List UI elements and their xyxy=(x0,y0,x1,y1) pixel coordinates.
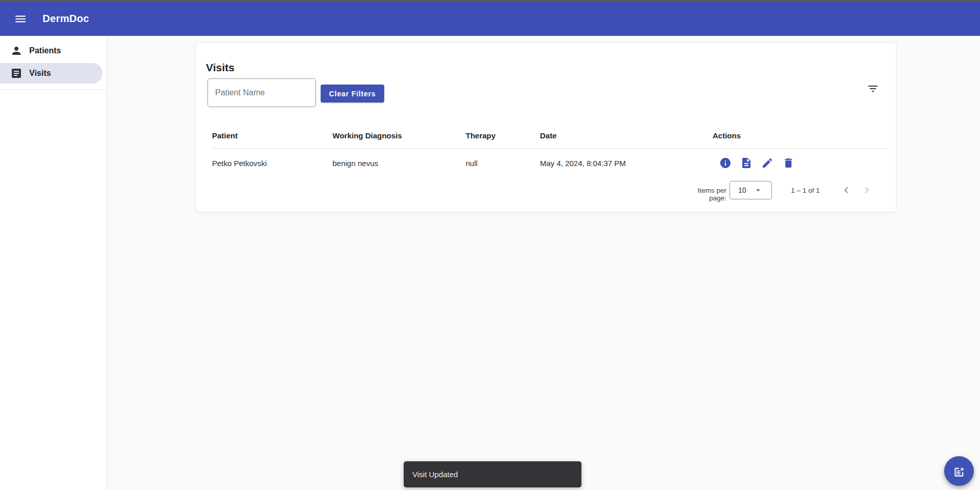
cell-patient: Petko Petkovski xyxy=(212,159,332,168)
menu-button[interactable] xyxy=(14,12,27,26)
delete-icon xyxy=(782,157,795,169)
document-icon xyxy=(740,157,753,169)
sidebar-divider xyxy=(0,89,105,90)
column-header-actions: Actions xyxy=(713,131,889,140)
chevron-down-icon xyxy=(754,186,763,195)
snackbar: Visit Updated xyxy=(404,461,581,487)
next-page-button[interactable] xyxy=(861,184,873,196)
clear-filters-button[interactable]: Clear Filters xyxy=(321,85,384,103)
items-per-page-value: 10 xyxy=(738,186,746,194)
chevron-left-icon xyxy=(840,184,852,196)
article-icon xyxy=(10,67,23,79)
cell-therapy: null xyxy=(466,159,540,168)
post-add-icon xyxy=(952,464,966,478)
delete-button[interactable] xyxy=(782,157,795,169)
cell-working-diagnosis: benign nevus xyxy=(332,159,466,168)
filter-list-icon xyxy=(867,83,879,95)
items-per-page-label: Items per page: xyxy=(680,187,726,202)
patient-name-input[interactable] xyxy=(207,78,316,107)
edit-button[interactable] xyxy=(761,157,774,169)
app-bar: DermDoc xyxy=(0,2,980,36)
sidebar-item-label: Visits xyxy=(29,69,51,78)
page-title: Visits xyxy=(206,62,235,74)
sidebar-item-label: Patients xyxy=(29,46,61,55)
previous-page-button[interactable] xyxy=(840,184,852,196)
items-per-page-select[interactable]: 10 xyxy=(729,181,772,199)
info-icon xyxy=(719,157,732,169)
sidebar-item-patients[interactable]: Patients xyxy=(0,39,107,62)
table-header-row: Patient Working Diagnosis Therapy Date A… xyxy=(212,123,889,149)
person-icon xyxy=(10,45,23,57)
column-header-therapy: Therapy xyxy=(466,131,540,140)
hamburger-menu-icon xyxy=(14,12,27,26)
cell-date: May 4, 2024, 8:04:37 PM xyxy=(540,159,713,168)
document-button[interactable] xyxy=(740,157,753,169)
column-header-working-diagnosis: Working Diagnosis xyxy=(332,131,466,140)
chevron-right-icon xyxy=(861,184,873,196)
sidebar-item-visits[interactable]: Visits xyxy=(0,63,102,84)
visits-card: Visits Clear Filters Patient Working Dia… xyxy=(196,43,896,212)
column-header-patient: Patient xyxy=(212,131,332,140)
snackbar-message: Visit Updated xyxy=(412,470,458,479)
paginator-range-label: 1 – 1 of 1 xyxy=(791,187,820,194)
column-header-date: Date xyxy=(540,131,713,140)
filter-button[interactable] xyxy=(864,79,882,98)
app-title: DermDoc xyxy=(43,13,89,25)
add-visit-fab[interactable] xyxy=(944,456,974,486)
cell-actions xyxy=(713,157,889,169)
info-button[interactable] xyxy=(719,157,732,169)
sidebar: Patients Visits xyxy=(0,36,107,490)
edit-icon xyxy=(761,157,774,169)
row-actions xyxy=(713,157,889,169)
table-row: Petko Petkovski benign nevus null May 4,… xyxy=(212,149,889,177)
